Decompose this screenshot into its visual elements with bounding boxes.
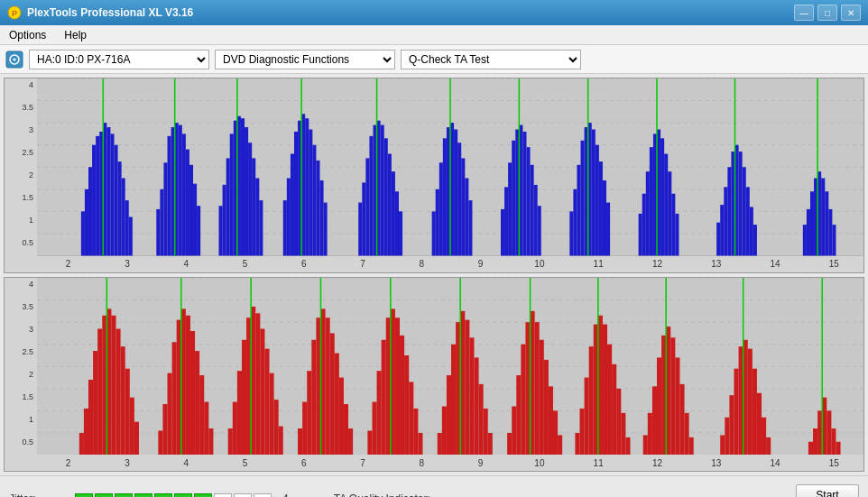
svg-rect-56 [287,179,291,256]
svg-rect-168 [116,328,121,455]
svg-rect-146 [821,179,825,256]
svg-rect-123 [660,138,664,255]
svg-rect-53 [259,200,263,255]
svg-rect-58 [294,132,298,256]
svg-rect-195 [264,348,269,455]
test-select[interactable]: Q-Check TA Test [401,50,581,69]
svg-rect-32 [168,136,171,256]
title-bar: P PlexTools Professional XL V3.16 — □ ✕ [0,0,868,25]
svg-rect-65 [319,180,323,256]
svg-rect-166 [106,308,111,455]
app-title: PlexTools Professional XL V3.16 [27,6,193,19]
svg-rect-38 [189,165,193,256]
svg-rect-262 [621,412,625,455]
top-chart-y-axis: 4 3.5 3 2.5 2 1.5 1 0.5 0 [5,78,37,272]
svg-rect-167 [111,315,115,455]
svg-rect-236 [484,408,488,455]
svg-rect-250 [558,435,562,455]
svg-rect-108 [581,141,585,256]
svg-rect-135 [739,152,743,255]
jitter-row: Jitter: 4 [9,492,289,498]
svg-rect-160 [79,432,84,455]
bottom-chart-y-axis: 4 3.5 3 2.5 2 1.5 1 0.5 0 [5,278,37,472]
svg-rect-206 [326,318,330,455]
svg-rect-119 [646,171,650,255]
svg-rect-202 [307,371,311,455]
svg-rect-27 [129,217,133,256]
svg-rect-184 [204,401,208,455]
svg-rect-126 [671,194,675,256]
jitter-cell-10 [254,493,272,498]
svg-rect-249 [553,410,558,455]
drive-select[interactable]: HA:0 ID:0 PX-716A [29,50,209,69]
bottom-chart-x-axis: 2 3 4 5 6 7 8 9 10 11 12 13 14 15 [5,455,863,471]
menu-options[interactable]: Options [4,27,51,43]
svg-rect-294 [831,428,836,455]
ta-quality-area: TA Quality Indicator: Very Good [334,492,430,498]
svg-rect-82 [436,189,439,256]
svg-rect-203 [311,339,316,455]
svg-rect-253 [580,408,585,455]
bottom-chart-svg [37,278,863,456]
svg-rect-263 [625,437,630,455]
svg-point-4 [14,58,16,60]
svg-rect-226 [438,432,442,455]
menu-help[interactable]: Help [59,27,92,43]
minimize-button[interactable]: — [794,5,814,21]
jitter-cell-1 [75,493,93,498]
svg-rect-185 [208,428,213,455]
maximize-button[interactable]: □ [817,5,837,21]
jitter-value: 4 [282,492,289,498]
svg-rect-132 [727,167,731,255]
svg-rect-149 [832,225,836,255]
start-button[interactable]: Start [796,484,859,498]
svg-rect-52 [255,179,259,256]
ta-quality-label: TA Quality Indicator: [334,492,430,498]
svg-rect-161 [84,408,88,455]
top-chart-area [37,78,863,256]
jitter-cell-3 [115,493,133,498]
svg-rect-101 [531,165,534,256]
svg-rect-115 [606,203,610,256]
svg-rect-198 [279,426,283,455]
svg-rect-44 [226,158,230,255]
svg-rect-99 [522,132,526,256]
svg-rect-43 [223,185,226,256]
svg-rect-208 [335,353,339,455]
svg-rect-240 [512,406,516,455]
svg-rect-241 [516,375,521,455]
svg-rect-24 [118,161,122,255]
svg-rect-259 [607,344,612,455]
svg-rect-172 [134,421,139,455]
svg-rect-112 [596,145,599,256]
svg-rect-16 [88,167,92,255]
title-bar-controls: — □ ✕ [794,5,861,21]
svg-rect-94 [504,187,508,255]
svg-rect-214 [372,401,376,455]
svg-rect-22 [110,133,114,255]
svg-rect-200 [298,428,302,455]
svg-rect-35 [179,125,182,256]
close-button[interactable]: ✕ [841,5,861,21]
top-chart-svg [37,78,863,256]
svg-rect-138 [750,207,753,255]
svg-rect-39 [193,184,197,256]
svg-rect-100 [526,147,530,255]
svg-rect-248 [549,386,553,455]
svg-rect-77 [392,171,395,255]
svg-rect-169 [121,346,125,455]
function-select[interactable]: DVD Diagnostic Functions [215,50,395,69]
svg-rect-277 [720,435,725,455]
jitter-cell-2 [95,493,113,498]
svg-rect-141 [803,225,807,255]
svg-rect-93 [501,209,504,256]
svg-rect-187 [228,428,233,455]
svg-rect-131 [724,187,727,255]
svg-rect-170 [125,368,130,455]
svg-rect-61 [305,118,309,255]
svg-rect-220 [400,335,404,455]
svg-rect-271 [670,337,675,455]
svg-rect-64 [316,161,319,256]
svg-rect-280 [734,368,738,455]
svg-rect-177 [172,342,177,455]
